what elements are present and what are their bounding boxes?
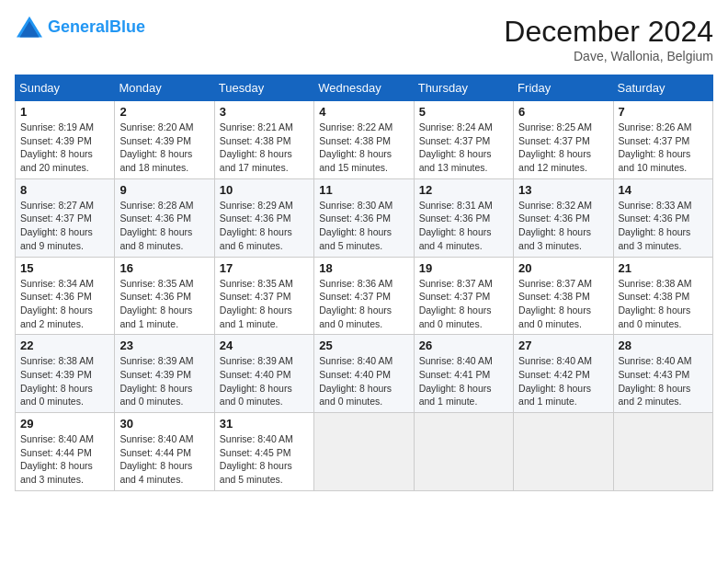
day-info: Sunrise: 8:24 AMSunset: 4:37 PMDaylight:…	[419, 121, 508, 175]
day-number: 31	[220, 417, 309, 431]
calendar-cell: 27Sunrise: 8:40 AMSunset: 4:42 PMDayligh…	[514, 335, 613, 413]
calendar-cell: 31Sunrise: 8:40 AMSunset: 4:45 PMDayligh…	[214, 413, 313, 491]
calendar-cell: 23Sunrise: 8:39 AMSunset: 4:39 PMDayligh…	[115, 335, 214, 413]
calendar-cell: 25Sunrise: 8:40 AMSunset: 4:40 PMDayligh…	[314, 335, 414, 413]
calendar-cell	[314, 413, 414, 491]
calendar-cell: 16Sunrise: 8:35 AMSunset: 4:36 PMDayligh…	[115, 257, 214, 335]
calendar-cell: 11Sunrise: 8:30 AMSunset: 4:36 PMDayligh…	[314, 178, 414, 257]
day-info: Sunrise: 8:36 AMSunset: 4:37 PMDaylight:…	[319, 277, 408, 331]
day-info: Sunrise: 8:21 AMSunset: 4:38 PMDaylight:…	[220, 121, 309, 175]
day-number: 12	[419, 183, 508, 197]
day-info: Sunrise: 8:29 AMSunset: 4:36 PMDaylight:…	[220, 199, 309, 253]
calendar-cell: 24Sunrise: 8:39 AMSunset: 4:40 PMDayligh…	[214, 335, 313, 413]
day-number: 27	[518, 339, 608, 352]
calendar-cell: 14Sunrise: 8:33 AMSunset: 4:36 PMDayligh…	[613, 178, 712, 257]
calendar-cell: 5Sunrise: 8:24 AMSunset: 4:37 PMDaylight…	[414, 101, 513, 179]
calendar-cell: 26Sunrise: 8:40 AMSunset: 4:41 PMDayligh…	[414, 335, 513, 413]
day-info: Sunrise: 8:37 AMSunset: 4:38 PMDaylight:…	[518, 277, 608, 331]
day-number: 8	[20, 183, 109, 197]
calendar-cell: 12Sunrise: 8:31 AMSunset: 4:36 PMDayligh…	[414, 178, 513, 257]
day-number: 15	[20, 261, 109, 275]
title-area: December 2024 Dave, Wallonia, Belgium	[504, 15, 713, 63]
logo: GeneralBlue	[15, 15, 145, 40]
page-header: GeneralBlue December 2024 Dave, Wallonia…	[15, 15, 713, 63]
day-info: Sunrise: 8:39 AMSunset: 4:39 PMDaylight:…	[119, 354, 209, 408]
calendar-cell: 15Sunrise: 8:34 AMSunset: 4:36 PMDayligh…	[16, 257, 115, 335]
calendar-cell	[613, 413, 712, 491]
day-number: 2	[119, 105, 209, 119]
calendar-cell: 2Sunrise: 8:20 AMSunset: 4:39 PMDaylight…	[115, 101, 214, 179]
logo-general: General	[48, 17, 109, 36]
calendar-header-wednesday: Wednesday	[314, 75, 414, 101]
logo-text: GeneralBlue	[48, 18, 145, 37]
calendar-header-sunday: Sunday	[16, 75, 115, 101]
day-number: 29	[20, 417, 109, 431]
calendar-header-tuesday: Tuesday	[214, 75, 313, 101]
day-info: Sunrise: 8:26 AMSunset: 4:37 PMDaylight:…	[619, 121, 708, 175]
day-number: 14	[619, 183, 708, 197]
calendar-header-monday: Monday	[115, 75, 214, 101]
calendar-cell: 18Sunrise: 8:36 AMSunset: 4:37 PMDayligh…	[314, 257, 414, 335]
day-number: 20	[518, 261, 608, 275]
day-number: 4	[319, 105, 408, 119]
day-number: 13	[518, 183, 608, 197]
day-info: Sunrise: 8:25 AMSunset: 4:37 PMDaylight:…	[518, 121, 608, 175]
day-number: 30	[119, 417, 209, 431]
calendar-cell: 22Sunrise: 8:38 AMSunset: 4:39 PMDayligh…	[16, 335, 115, 413]
calendar-header-friday: Friday	[514, 75, 613, 101]
day-number: 10	[220, 183, 309, 197]
calendar-cell: 7Sunrise: 8:26 AMSunset: 4:37 PMDaylight…	[613, 101, 712, 179]
calendar-cell: 21Sunrise: 8:38 AMSunset: 4:38 PMDayligh…	[613, 257, 712, 335]
day-info: Sunrise: 8:40 AMSunset: 4:43 PMDaylight:…	[619, 354, 708, 408]
calendar-cell: 4Sunrise: 8:22 AMSunset: 4:38 PMDaylight…	[314, 101, 414, 179]
day-info: Sunrise: 8:35 AMSunset: 4:37 PMDaylight:…	[220, 277, 309, 331]
day-info: Sunrise: 8:20 AMSunset: 4:39 PMDaylight:…	[119, 121, 209, 175]
day-info: Sunrise: 8:19 AMSunset: 4:39 PMDaylight:…	[20, 121, 109, 175]
calendar-table: SundayMondayTuesdayWednesdayThursdayFrid…	[15, 75, 713, 491]
day-info: Sunrise: 8:40 AMSunset: 4:45 PMDaylight:…	[220, 432, 309, 487]
calendar-header-saturday: Saturday	[613, 75, 712, 101]
calendar-cell: 6Sunrise: 8:25 AMSunset: 4:37 PMDaylight…	[514, 101, 613, 179]
day-number: 28	[619, 339, 708, 352]
calendar-week-1: 1Sunrise: 8:19 AMSunset: 4:39 PMDaylight…	[16, 101, 713, 179]
month-title: December 2024	[504, 15, 713, 49]
day-number: 5	[419, 105, 508, 119]
logo-icon	[15, 15, 44, 40]
day-info: Sunrise: 8:22 AMSunset: 4:38 PMDaylight:…	[319, 121, 408, 175]
calendar-cell: 30Sunrise: 8:40 AMSunset: 4:44 PMDayligh…	[115, 413, 214, 491]
day-info: Sunrise: 8:28 AMSunset: 4:36 PMDaylight:…	[119, 199, 209, 253]
day-number: 11	[319, 183, 408, 197]
calendar-week-5: 29Sunrise: 8:40 AMSunset: 4:44 PMDayligh…	[16, 413, 713, 491]
day-number: 23	[119, 339, 209, 352]
day-number: 22	[20, 339, 109, 352]
day-number: 3	[220, 105, 309, 119]
calendar-cell: 20Sunrise: 8:37 AMSunset: 4:38 PMDayligh…	[514, 257, 613, 335]
calendar-header-row: SundayMondayTuesdayWednesdayThursdayFrid…	[16, 75, 713, 101]
day-info: Sunrise: 8:40 AMSunset: 4:42 PMDaylight:…	[518, 354, 608, 408]
calendar-cell: 8Sunrise: 8:27 AMSunset: 4:37 PMDaylight…	[16, 178, 115, 257]
day-info: Sunrise: 8:30 AMSunset: 4:36 PMDaylight:…	[319, 199, 408, 253]
day-number: 9	[119, 183, 209, 197]
day-info: Sunrise: 8:40 AMSunset: 4:44 PMDaylight:…	[20, 432, 109, 487]
calendar-week-3: 15Sunrise: 8:34 AMSunset: 4:36 PMDayligh…	[16, 257, 713, 335]
day-number: 6	[518, 105, 608, 119]
day-info: Sunrise: 8:38 AMSunset: 4:38 PMDaylight:…	[619, 277, 708, 331]
day-number: 1	[20, 105, 109, 119]
day-info: Sunrise: 8:35 AMSunset: 4:36 PMDaylight:…	[119, 277, 209, 331]
day-info: Sunrise: 8:32 AMSunset: 4:36 PMDaylight:…	[518, 199, 608, 253]
calendar-week-2: 8Sunrise: 8:27 AMSunset: 4:37 PMDaylight…	[16, 178, 713, 257]
calendar-cell: 19Sunrise: 8:37 AMSunset: 4:37 PMDayligh…	[414, 257, 513, 335]
day-info: Sunrise: 8:37 AMSunset: 4:37 PMDaylight:…	[419, 277, 508, 331]
calendar-cell: 28Sunrise: 8:40 AMSunset: 4:43 PMDayligh…	[613, 335, 712, 413]
calendar-cell: 3Sunrise: 8:21 AMSunset: 4:38 PMDaylight…	[214, 101, 313, 179]
day-number: 26	[419, 339, 508, 352]
calendar-week-4: 22Sunrise: 8:38 AMSunset: 4:39 PMDayligh…	[16, 335, 713, 413]
day-info: Sunrise: 8:31 AMSunset: 4:36 PMDaylight:…	[419, 199, 508, 253]
location: Dave, Wallonia, Belgium	[504, 49, 713, 63]
day-number: 21	[619, 261, 708, 275]
calendar-cell: 1Sunrise: 8:19 AMSunset: 4:39 PMDaylight…	[16, 101, 115, 179]
calendar-header-thursday: Thursday	[414, 75, 513, 101]
day-number: 19	[419, 261, 508, 275]
day-number: 16	[119, 261, 209, 275]
day-info: Sunrise: 8:27 AMSunset: 4:37 PMDaylight:…	[20, 199, 109, 253]
